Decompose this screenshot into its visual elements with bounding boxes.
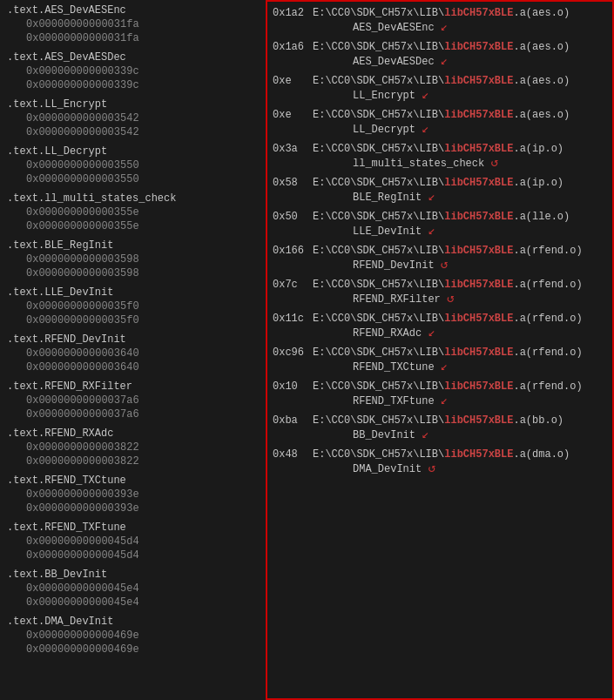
right-func-name: LL_Encrypt ↙ xyxy=(313,87,570,102)
symbol-addr2: 0x000000000000355e xyxy=(0,219,266,233)
left-entry: .text.ll_multi_states_check0x00000000000… xyxy=(0,192,266,237)
right-entry: 0x7cE:\CC0\SDK_CH57x\LIB\libCH57xBLE.a(r… xyxy=(267,277,612,307)
left-entry: .text.BLE_RegInit0x00000000000035980x000… xyxy=(0,239,266,284)
right-path-block: E:\CC0\SDK_CH57x\LIB\libCH57xBLE.a(aes.o… xyxy=(313,109,570,136)
arrow-icon: ↙ xyxy=(428,326,435,340)
right-entry: 0x48E:\CC0\SDK_CH57x\LIB\libCH57xBLE.a(d… xyxy=(267,447,612,477)
right-path-block: E:\CC0\SDK_CH57x\LIB\libCH57xBLE.a(lle.o… xyxy=(313,211,570,238)
right-func-name: RFEND_TXFtune ↙ xyxy=(313,393,583,407)
left-entry: .text.RFEND_TXFtune0x00000000000045d40x0… xyxy=(0,521,266,566)
right-entry: 0x1a6E:\CC0\SDK_CH57x\LIB\libCH57xBLE.a(… xyxy=(267,39,612,70)
symbol-name: .text.RFEND_RXFilter xyxy=(0,380,266,394)
symbol-addr1: 0x00000000000035f0 xyxy=(0,300,266,313)
arrow-icon: ↙ xyxy=(422,88,428,102)
lib-name: libCH57xBLE xyxy=(444,347,513,359)
right-addr: 0x58 xyxy=(273,177,313,189)
right-path-line: E:\CC0\SDK_CH57x\LIB\libCH57xBLE.a(lle.o… xyxy=(313,211,570,223)
arrow-icon: ↙ xyxy=(441,20,448,34)
lib-name: libCH57xBLE xyxy=(444,380,513,393)
right-path-block: E:\CC0\SDK_CH57x\LIB\libCH57xBLE.a(aes.o… xyxy=(313,75,570,102)
arrow-icon: ↺ xyxy=(490,156,497,170)
left-entry: .text.RFEND_TXCtune0x000000000000393e0x0… xyxy=(0,474,266,519)
right-entry: 0xeE:\CC0\SDK_CH57x\LIB\libCH57xBLE.a(ae… xyxy=(267,73,612,104)
right-func-name: RFEND_RXAdc ↙ xyxy=(313,325,583,340)
left-entry: .text.RFEND_RXAdc0x00000000000038220x000… xyxy=(0,427,266,472)
right-path-block: E:\CC0\SDK_CH57x\LIB\libCH57xBLE.a(rfend… xyxy=(313,245,583,272)
right-addr: 0x50 xyxy=(273,211,313,223)
left-panel: .text.AES_DevAESEnc0x00000000000031fa0x0… xyxy=(0,0,266,700)
right-entry: 0x50E:\CC0\SDK_CH57x\LIB\libCH57xBLE.a(l… xyxy=(267,209,612,239)
right-entry: 0x11cE:\CC0\SDK_CH57x\LIB\libCH57xBLE.a(… xyxy=(267,311,612,341)
left-entry: .text.DMA_DevInit0x000000000000469e0x000… xyxy=(0,615,266,656)
arrow-icon: ↺ xyxy=(428,461,435,475)
arrow-icon: ↺ xyxy=(447,292,454,306)
symbol-addr1: 0x0000000000003598 xyxy=(0,252,266,266)
symbol-addr1: 0x0000000000003822 xyxy=(0,441,266,454)
symbol-addr1: 0x000000000000355e xyxy=(0,205,266,219)
symbol-addr2: 0x0000000000003598 xyxy=(0,266,266,280)
lib-name: libCH57xBLE xyxy=(444,313,513,325)
symbol-name: .text.RFEND_TXCtune xyxy=(0,474,266,488)
left-entry: .text.BB_DevInit0x00000000000045e40x0000… xyxy=(0,568,266,613)
right-addr: 0xc96 xyxy=(273,347,313,359)
left-entry: .text.RFEND_DevInit0x00000000000036400x0… xyxy=(0,333,266,378)
right-func-name: BB_DevInit ↙ xyxy=(313,427,563,441)
symbol-addr1: 0x0000000000003550 xyxy=(0,158,266,172)
symbol-addr1: 0x000000000000393e xyxy=(0,488,266,501)
right-func-name: LL_Decrypt ↙ xyxy=(313,121,570,136)
right-path-line: E:\CC0\SDK_CH57x\LIB\libCH57xBLE.a(rfend… xyxy=(313,279,583,291)
right-entry: 0x166E:\CC0\SDK_CH57x\LIB\libCH57xBLE.a(… xyxy=(267,243,612,273)
right-path-line: E:\CC0\SDK_CH57x\LIB\libCH57xBLE.a(ip.o) xyxy=(313,177,563,189)
right-path-block: E:\CC0\SDK_CH57x\LIB\libCH57xBLE.a(dma.o… xyxy=(313,448,570,475)
lib-name: libCH57xBLE xyxy=(444,414,513,427)
symbol-name: .text.BB_DevInit xyxy=(0,568,266,582)
right-addr: 0x3a xyxy=(273,143,313,155)
right-path-line: E:\CC0\SDK_CH57x\LIB\libCH57xBLE.a(ip.o) xyxy=(313,143,563,155)
arrow-icon: ↙ xyxy=(441,360,448,374)
right-path-block: E:\CC0\SDK_CH57x\LIB\libCH57xBLE.a(aes.o… xyxy=(313,7,570,34)
symbol-name: .text.LL_Encrypt xyxy=(0,98,266,111)
right-path-line: E:\CC0\SDK_CH57x\LIB\libCH57xBLE.a(aes.o… xyxy=(313,41,570,53)
symbol-addr1: 0x000000000000339c xyxy=(0,64,266,78)
right-entry: 0x10E:\CC0\SDK_CH57x\LIB\libCH57xBLE.a(r… xyxy=(267,379,612,409)
symbol-name: .text.DMA_DevInit xyxy=(0,615,266,629)
lib-name: libCH57xBLE xyxy=(444,143,513,155)
right-func-name: ll_multi_states_check ↺ xyxy=(313,155,563,170)
symbol-addr2: 0x00000000000045e4 xyxy=(0,596,266,609)
right-addr: 0xba xyxy=(273,414,313,427)
lib-name: libCH57xBLE xyxy=(444,245,513,257)
symbol-addr2: 0x00000000000035f0 xyxy=(0,313,266,327)
left-entry: .text.AES_DevAESEnc0x00000000000031fa0x0… xyxy=(0,3,266,49)
symbol-addr2: 0x0000000000003542 xyxy=(0,125,266,139)
symbol-addr2: 0x00000000000045d4 xyxy=(0,549,266,562)
left-entry: .text.RFEND_RXFilter0x00000000000037a60x… xyxy=(0,380,266,425)
right-path-line: E:\CC0\SDK_CH57x\LIB\libCH57xBLE.a(dma.o… xyxy=(313,448,570,461)
lib-name: libCH57xBLE xyxy=(444,211,513,223)
symbol-name: .text.LL_Decrypt xyxy=(0,145,266,158)
left-entry: .text.LLE_DevInit0x00000000000035f00x000… xyxy=(0,286,266,331)
symbol-addr1: 0x00000000000045d4 xyxy=(0,535,266,549)
right-func-name: RFEND_DevInit ↺ xyxy=(313,257,583,272)
right-path-line: E:\CC0\SDK_CH57x\LIB\libCH57xBLE.a(aes.o… xyxy=(313,75,570,87)
arrow-icon: ↙ xyxy=(422,122,428,136)
arrow-icon: ↙ xyxy=(428,224,435,238)
right-path-line: E:\CC0\SDK_CH57x\LIB\libCH57xBLE.a(rfend… xyxy=(313,347,583,359)
right-addr: 0x10 xyxy=(273,380,313,393)
symbol-name: .text.RFEND_RXAdc xyxy=(0,427,266,441)
symbol-name: .text.RFEND_DevInit xyxy=(0,333,266,347)
left-entry: .text.LL_Encrypt0x00000000000035420x0000… xyxy=(0,98,266,143)
right-addr: 0x1a6 xyxy=(273,41,313,53)
right-path-block: E:\CC0\SDK_CH57x\LIB\libCH57xBLE.a(rfend… xyxy=(313,380,583,407)
right-path-block: E:\CC0\SDK_CH57x\LIB\libCH57xBLE.a(ip.o)… xyxy=(313,143,563,170)
symbol-addr2: 0x0000000000003822 xyxy=(0,454,266,468)
left-entry: .text.AES_DevAESDec0x000000000000339c0x0… xyxy=(0,50,266,96)
right-addr: 0x48 xyxy=(273,448,313,461)
right-addr: 0xe xyxy=(273,75,313,87)
lib-name: libCH57xBLE xyxy=(444,109,513,121)
symbol-name: .text.AES_DevAESDec xyxy=(0,50,266,64)
lib-name: libCH57xBLE xyxy=(444,177,513,189)
lib-name: libCH57xBLE xyxy=(444,448,513,461)
right-entry: 0x3aE:\CC0\SDK_CH57x\LIB\libCH57xBLE.a(i… xyxy=(267,141,612,172)
right-addr: 0x1a2 xyxy=(273,7,313,19)
right-entry: 0xeE:\CC0\SDK_CH57x\LIB\libCH57xBLE.a(ae… xyxy=(267,107,612,138)
